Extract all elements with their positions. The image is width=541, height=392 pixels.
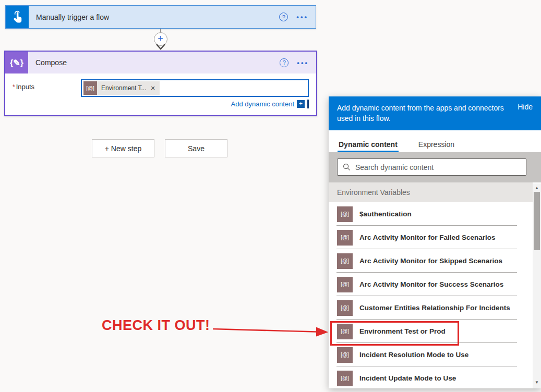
dynamic-content-panel: Add dynamic content from the apps and co… [329,96,541,388]
environment-variable-icon: [@] [337,324,353,339]
list-item-arc-failed[interactable]: [@] Arc Activity Monitor for Failed Scen… [329,226,541,249]
text-cursor [307,100,309,108]
environment-variable-icon: [@] [337,347,353,363]
scroll-down-icon[interactable]: ▼ [535,379,539,386]
manual-trigger-icon [6,6,29,28]
search-icon [343,163,351,171]
environment-variable-icon: [@] [337,230,353,246]
tab-dynamic-content[interactable]: Dynamic content [338,135,399,152]
compose-action-icon: {✎} [5,52,28,74]
list-item-environment-test-or-prod[interactable]: [@] Environment Test or Prod [329,320,541,343]
panel-tabs: Dynamic content Expression [329,130,541,152]
inputs-field[interactable]: [@] Environment T... ✕ [81,79,309,97]
hide-button[interactable]: Hide [518,103,533,130]
panel-scrollbar[interactable]: ▲ ▼ [533,183,541,388]
compose-card-title: Compose [35,58,280,67]
environment-variable-icon: [@] [337,371,353,386]
plus-icon[interactable]: + [297,100,305,108]
required-marker: * [13,83,15,91]
panel-header: Add dynamic content from the apps and co… [329,96,541,130]
list-item-label: Customer Entities Relationship For Incid… [359,304,510,312]
list-item-label: Arc Activity Monitor for Success Scenari… [359,280,503,288]
environment-variable-icon: [@] [337,206,353,222]
list-item-label: Arc Activity Monitor for Skipped Scenari… [359,257,502,265]
list-item-label: Arc Activity Monitor for Failed Scenario… [359,234,496,241]
annotation-arrow-icon [210,322,334,340]
inputs-field-label: *Inputs [13,83,34,91]
list-item-arc-success[interactable]: [@] Arc Activity Monitor for Success Sce… [329,273,541,296]
environment-variable-icon: [@] [337,277,353,292]
add-dynamic-content-label[interactable]: Add dynamic content [231,100,294,108]
environment-variable-icon: [@] [337,253,353,269]
list-item-label: Incident Update Mode to Use [359,374,456,382]
tab-expression[interactable]: Expression [417,135,455,152]
list-item-customer-entities[interactable]: [@] Customer Entities Relationship For I… [329,296,541,320]
environment-variable-icon: [@] [83,81,97,95]
dynamic-content-token[interactable]: [@] Environment T... ✕ [83,81,160,95]
list-item-label: Environment Test or Prod [359,327,446,335]
save-button[interactable]: Save [165,139,227,157]
list-item-authentication[interactable]: [@] $authentication [329,202,541,226]
search-band [329,152,541,182]
scroll-up-icon[interactable]: ▲ [535,185,539,192]
list-item-arc-skipped[interactable]: [@] Arc Activity Monitor for Skipped Sce… [329,249,541,273]
flow-connector: + [0,29,321,52]
more-menu-icon[interactable]: ••• [296,13,308,21]
touch-hand-icon [10,10,24,24]
section-header-environment-variables: Environment Variables [329,182,533,202]
add-dynamic-content-link[interactable]: Add dynamic content + [231,100,309,108]
compose-card[interactable]: {✎} Compose ? ••• *Inputs [@] Environmen… [4,51,317,116]
token-remove-icon[interactable]: ✕ [150,85,155,92]
help-icon[interactable]: ? [280,58,288,67]
more-menu-icon[interactable]: ••• [297,59,309,67]
environment-variable-icon: [@] [337,300,353,316]
scrollbar-thumb[interactable] [534,192,540,250]
list-item-label: Incident Resolution Mode to Use [359,351,468,359]
list-item-incident-update[interactable]: [@] Incident Update Mode to Use [329,366,541,388]
list-item-label: $authentication [359,210,412,218]
help-icon[interactable]: ? [279,13,288,21]
check-it-out-annotation: CHECK IT OUT! [102,317,210,334]
trigger-card[interactable]: Manually trigger a flow ? ••• [5,5,316,29]
connector-line [160,29,161,32]
new-step-button[interactable]: + New step [92,139,154,157]
search-box[interactable] [337,158,526,176]
token-label: Environment T... [101,84,146,92]
list-item-incident-resolution[interactable]: [@] Incident Resolution Mode to Use [329,343,541,366]
insert-step-button[interactable]: + [154,32,167,46]
trigger-card-title: Manually trigger a flow [36,13,279,21]
panel-header-text: Add dynamic content from the apps and co… [337,103,518,130]
dynamic-content-list: Environment Variables [@] $authenticatio… [329,182,541,388]
search-input[interactable] [355,163,521,172]
